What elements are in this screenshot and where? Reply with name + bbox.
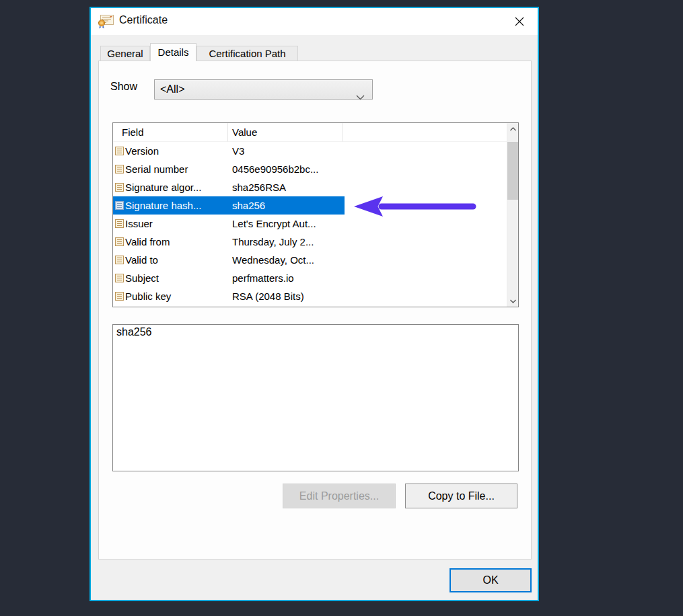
vertical-scrollbar[interactable] — [507, 123, 518, 307]
field-value: 0456e90956b2bc... — [232, 160, 318, 178]
field-value: V3 — [232, 142, 244, 160]
list-row-version[interactable]: Version V3 — [113, 142, 507, 160]
certificate-field-icon — [115, 201, 124, 210]
chevron-down-icon — [510, 299, 516, 303]
list-row-public-key[interactable]: Public key RSA (2048 Bits) — [113, 287, 507, 305]
list-row-serial-number[interactable]: Serial number 0456e90956b2bc... — [113, 160, 507, 178]
close-button[interactable] — [505, 10, 534, 33]
field-value: RSA (2048 Bits) — [232, 287, 304, 305]
tab-general[interactable]: General — [100, 46, 150, 61]
field-name: Signature hash... — [125, 196, 201, 215]
certificate-field-icon — [115, 237, 124, 246]
certificate-field-icon — [115, 274, 124, 282]
field-detail-textbox[interactable]: sha256 — [112, 324, 519, 471]
edit-properties-button: Edit Properties... — [283, 484, 396, 508]
tab-certification-path[interactable]: Certification Path — [196, 46, 298, 61]
certificate-field-icon — [115, 256, 124, 264]
annotation-arrow-icon — [347, 194, 481, 219]
list-row-subject[interactable]: Subject perfmatters.io — [113, 269, 507, 287]
field-name: Valid from — [125, 233, 170, 251]
column-header-filler — [343, 123, 507, 142]
copy-to-file-button[interactable]: Copy to File... — [405, 484, 517, 508]
field-name: Valid to — [125, 251, 158, 269]
field-name: Signature algor... — [125, 178, 201, 196]
scrollbar-thumb[interactable] — [507, 142, 518, 200]
certificate-field-icon — [115, 219, 124, 228]
list-row-valid-from[interactable]: Valid from Thursday, July 2... — [113, 233, 507, 251]
show-dropdown[interactable]: <All> — [154, 79, 373, 100]
certificate-icon — [97, 14, 114, 29]
field-name: Subject — [125, 269, 159, 287]
window-title: Certificate — [119, 14, 168, 26]
field-name: Public key — [125, 287, 171, 305]
field-value: sha256RSA — [232, 178, 286, 196]
certificate-field-icon — [115, 292, 124, 301]
field-value: Thursday, July 2... — [232, 233, 314, 251]
scroll-down-button[interactable] — [507, 295, 518, 307]
title-bar[interactable]: Certificate — [91, 8, 538, 35]
certificate-dialog: Certificate General Details Certificatio… — [89, 7, 539, 601]
field-name: Serial number — [125, 160, 188, 178]
field-detail-text: sha256 — [116, 326, 152, 338]
certificate-field-icon — [115, 183, 124, 192]
certificate-field-icon — [115, 147, 124, 155]
field-name: Issuer — [125, 215, 153, 233]
show-dropdown-value: <All> — [160, 83, 184, 95]
field-value: sha256 — [232, 196, 265, 215]
show-label: Show — [110, 81, 137, 93]
close-icon — [515, 17, 524, 26]
ok-button[interactable]: OK — [450, 568, 532, 592]
tab-details[interactable]: Details — [150, 43, 196, 61]
column-header-field[interactable]: Field — [113, 123, 228, 142]
column-header-value[interactable]: Value — [228, 123, 343, 142]
field-value: Wednesday, Oct... — [232, 251, 314, 269]
field-name: Version — [125, 142, 159, 160]
chevron-up-icon — [510, 127, 516, 131]
details-tab-page: Show <All> Field Value Version V3 Serial… — [98, 61, 532, 560]
certificate-field-icon — [115, 165, 124, 174]
scroll-up-button[interactable] — [507, 123, 518, 134]
list-row-valid-to[interactable]: Valid to Wednesday, Oct... — [113, 251, 507, 269]
field-value: perfmatters.io — [232, 269, 294, 287]
field-value: Let's Encrypt Aut... — [232, 215, 316, 233]
chevron-down-icon — [356, 87, 365, 106]
